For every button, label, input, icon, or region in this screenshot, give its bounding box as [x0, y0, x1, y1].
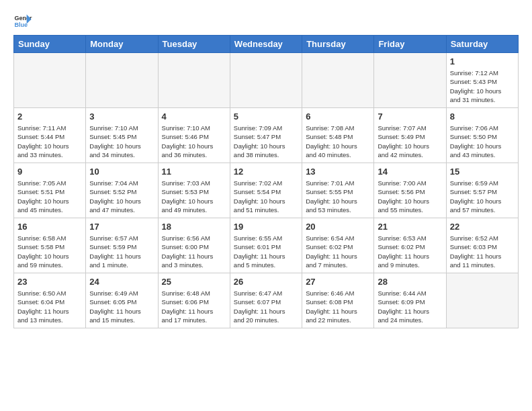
day-info: Sunrise: 7:10 AMSunset: 5:45 PMDaylight:… — [89, 124, 154, 159]
day-info: Sunrise: 7:04 AMSunset: 5:52 PMDaylight:… — [89, 179, 154, 214]
day-number: 4 — [162, 111, 226, 123]
day-cell — [14, 53, 86, 108]
day-info: Sunrise: 6:59 AMSunset: 5:57 PMDaylight:… — [450, 179, 515, 214]
day-info: Sunrise: 7:09 AMSunset: 5:47 PMDaylight:… — [234, 124, 298, 159]
day-number: 12 — [234, 166, 298, 178]
logo-icon: General Blue — [13, 11, 32, 30]
week-row-3: 9Sunrise: 7:05 AMSunset: 5:51 PMDaylight… — [14, 163, 519, 218]
day-cell: 19Sunrise: 6:55 AMSunset: 6:01 PMDayligh… — [230, 218, 302, 273]
day-info: Sunrise: 6:48 AMSunset: 6:06 PMDaylight:… — [162, 289, 226, 324]
day-cell — [158, 53, 230, 108]
day-number: 2 — [17, 111, 82, 123]
week-row-2: 2Sunrise: 7:11 AMSunset: 5:44 PMDaylight… — [14, 108, 519, 163]
day-number: 14 — [378, 166, 442, 178]
day-cell: 7Sunrise: 7:07 AMSunset: 5:49 PMDaylight… — [374, 108, 446, 163]
day-cell: 11Sunrise: 7:03 AMSunset: 5:53 PMDayligh… — [158, 163, 230, 218]
day-info: Sunrise: 7:10 AMSunset: 5:46 PMDaylight:… — [162, 124, 226, 159]
day-number: 5 — [234, 111, 298, 123]
svg-text:Blue: Blue — [14, 21, 28, 28]
day-number: 7 — [378, 111, 442, 123]
day-cell: 5Sunrise: 7:09 AMSunset: 5:47 PMDaylight… — [230, 108, 302, 163]
day-cell: 4Sunrise: 7:10 AMSunset: 5:46 PMDaylight… — [158, 108, 230, 163]
day-info: Sunrise: 6:55 AMSunset: 6:01 PMDaylight:… — [234, 234, 298, 269]
weekday-header-friday: Friday — [374, 36, 446, 53]
day-number: 9 — [17, 166, 82, 178]
day-info: Sunrise: 7:06 AMSunset: 5:50 PMDaylight:… — [450, 124, 515, 159]
day-info: Sunrise: 7:05 AMSunset: 5:51 PMDaylight:… — [17, 179, 82, 214]
calendar-table: SundayMondayTuesdayWednesdayThursdayFrid… — [13, 35, 519, 328]
day-info: Sunrise: 7:11 AMSunset: 5:44 PMDaylight:… — [17, 124, 82, 159]
day-number: 26 — [234, 276, 298, 288]
day-number: 22 — [450, 221, 515, 233]
day-number: 10 — [89, 166, 154, 178]
day-cell: 10Sunrise: 7:04 AMSunset: 5:52 PMDayligh… — [86, 163, 158, 218]
day-info: Sunrise: 7:00 AMSunset: 5:56 PMDaylight:… — [378, 179, 442, 214]
day-cell: 16Sunrise: 6:58 AMSunset: 5:58 PMDayligh… — [14, 218, 86, 273]
day-cell: 15Sunrise: 6:59 AMSunset: 5:57 PMDayligh… — [446, 163, 518, 218]
day-info: Sunrise: 6:46 AMSunset: 6:08 PMDaylight:… — [306, 289, 370, 324]
day-info: Sunrise: 7:08 AMSunset: 5:48 PMDaylight:… — [306, 124, 370, 159]
day-number: 8 — [450, 111, 515, 123]
day-cell: 21Sunrise: 6:53 AMSunset: 6:02 PMDayligh… — [374, 218, 446, 273]
day-number: 3 — [89, 111, 154, 123]
day-info: Sunrise: 7:03 AMSunset: 5:53 PMDaylight:… — [162, 179, 226, 214]
page: General Blue SundayMondayTuesdayWednesda… — [0, 0, 532, 411]
day-cell: 13Sunrise: 7:01 AMSunset: 5:55 PMDayligh… — [302, 163, 374, 218]
day-cell: 18Sunrise: 6:56 AMSunset: 6:00 PMDayligh… — [158, 218, 230, 273]
day-number: 21 — [378, 221, 442, 233]
day-cell: 26Sunrise: 6:47 AMSunset: 6:07 PMDayligh… — [230, 273, 302, 328]
weekday-header-monday: Monday — [86, 36, 158, 53]
day-cell: 17Sunrise: 6:57 AMSunset: 5:59 PMDayligh… — [86, 218, 158, 273]
day-cell — [86, 53, 158, 108]
day-info: Sunrise: 6:54 AMSunset: 6:02 PMDaylight:… — [306, 234, 370, 269]
day-info: Sunrise: 7:02 AMSunset: 5:54 PMDaylight:… — [234, 179, 298, 214]
day-number: 28 — [378, 276, 442, 288]
header: General Blue — [13, 11, 519, 30]
day-number: 18 — [162, 221, 226, 233]
weekday-header-sunday: Sunday — [14, 36, 86, 53]
logo: General Blue — [13, 11, 35, 30]
day-cell — [302, 53, 374, 108]
day-number: 16 — [17, 221, 82, 233]
day-number: 1 — [450, 56, 515, 68]
day-number: 24 — [89, 276, 154, 288]
week-row-1: 1Sunrise: 7:12 AMSunset: 5:43 PMDaylight… — [14, 53, 519, 108]
weekday-header-thursday: Thursday — [302, 36, 374, 53]
day-cell: 1Sunrise: 7:12 AMSunset: 5:43 PMDaylight… — [446, 53, 518, 108]
day-number: 15 — [450, 166, 515, 178]
weekday-header-tuesday: Tuesday — [158, 36, 230, 53]
day-cell: 14Sunrise: 7:00 AMSunset: 5:56 PMDayligh… — [374, 163, 446, 218]
weekday-header-saturday: Saturday — [446, 36, 518, 53]
day-cell: 28Sunrise: 6:44 AMSunset: 6:09 PMDayligh… — [374, 273, 446, 328]
day-info: Sunrise: 6:53 AMSunset: 6:02 PMDaylight:… — [378, 234, 442, 269]
day-cell: 20Sunrise: 6:54 AMSunset: 6:02 PMDayligh… — [302, 218, 374, 273]
day-number: 6 — [306, 111, 370, 123]
weekday-header-row: SundayMondayTuesdayWednesdayThursdayFrid… — [14, 36, 519, 53]
day-info: Sunrise: 6:58 AMSunset: 5:58 PMDaylight:… — [17, 234, 82, 269]
day-cell — [230, 53, 302, 108]
day-cell: 2Sunrise: 7:11 AMSunset: 5:44 PMDaylight… — [14, 108, 86, 163]
day-info: Sunrise: 7:07 AMSunset: 5:49 PMDaylight:… — [378, 124, 442, 159]
day-cell: 27Sunrise: 6:46 AMSunset: 6:08 PMDayligh… — [302, 273, 374, 328]
day-info: Sunrise: 6:50 AMSunset: 6:04 PMDaylight:… — [17, 289, 82, 324]
day-number: 20 — [306, 221, 370, 233]
day-number: 27 — [306, 276, 370, 288]
day-cell: 24Sunrise: 6:49 AMSunset: 6:05 PMDayligh… — [86, 273, 158, 328]
weekday-header-wednesday: Wednesday — [230, 36, 302, 53]
day-cell: 22Sunrise: 6:52 AMSunset: 6:03 PMDayligh… — [446, 218, 518, 273]
day-number: 25 — [162, 276, 226, 288]
day-cell: 25Sunrise: 6:48 AMSunset: 6:06 PMDayligh… — [158, 273, 230, 328]
week-row-5: 23Sunrise: 6:50 AMSunset: 6:04 PMDayligh… — [14, 273, 519, 328]
day-number: 17 — [89, 221, 154, 233]
day-info: Sunrise: 6:57 AMSunset: 5:59 PMDaylight:… — [89, 234, 154, 269]
day-cell: 3Sunrise: 7:10 AMSunset: 5:45 PMDaylight… — [86, 108, 158, 163]
day-info: Sunrise: 6:56 AMSunset: 6:00 PMDaylight:… — [162, 234, 226, 269]
day-cell: 8Sunrise: 7:06 AMSunset: 5:50 PMDaylight… — [446, 108, 518, 163]
day-cell: 9Sunrise: 7:05 AMSunset: 5:51 PMDaylight… — [14, 163, 86, 218]
day-info: Sunrise: 7:12 AMSunset: 5:43 PMDaylight:… — [450, 68, 515, 104]
day-info: Sunrise: 6:47 AMSunset: 6:07 PMDaylight:… — [234, 289, 298, 324]
day-cell: 12Sunrise: 7:02 AMSunset: 5:54 PMDayligh… — [230, 163, 302, 218]
day-number: 19 — [234, 221, 298, 233]
day-info: Sunrise: 6:52 AMSunset: 6:03 PMDaylight:… — [450, 234, 515, 269]
day-number: 13 — [306, 166, 370, 178]
